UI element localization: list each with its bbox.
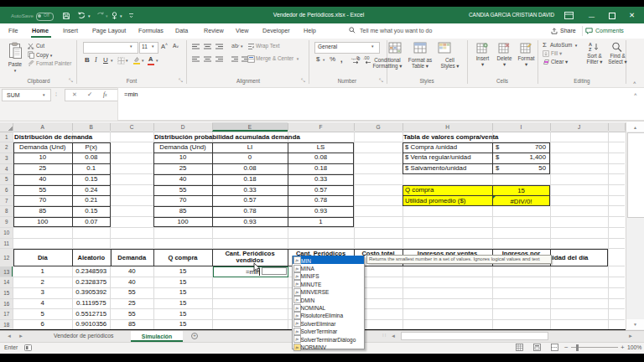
svg-text:1: 1: [5, 134, 8, 140]
svg-text:I: I: [521, 124, 522, 130]
svg-text:Z: Z: [589, 47, 592, 52]
svg-text:G: G: [376, 124, 380, 130]
svg-text:13: 13: [3, 269, 10, 275]
svg-text:12: 12: [3, 255, 10, 261]
svg-text:3: 3: [5, 155, 8, 161]
svg-text:2: 2: [5, 144, 8, 150]
svg-text:18: 18: [3, 322, 10, 328]
svg-text:E: E: [248, 124, 252, 130]
svg-text:5: 5: [5, 176, 8, 182]
svg-text:H: H: [445, 124, 449, 130]
svg-text:←.0: ←.0: [351, 55, 359, 60]
svg-text:16: 16: [3, 301, 10, 307]
svg-text:17: 17: [3, 311, 10, 317]
svg-text:15: 15: [3, 290, 10, 296]
svg-text:D: D: [181, 124, 185, 130]
svg-text:9: 9: [5, 219, 8, 225]
svg-text:F: F: [319, 124, 323, 130]
svg-text:B: B: [90, 124, 93, 130]
svg-text:6: 6: [5, 187, 8, 193]
svg-text:14: 14: [3, 279, 10, 285]
svg-text:A: A: [41, 124, 45, 130]
svg-text:11: 11: [3, 240, 9, 246]
svg-text:C: C: [130, 124, 134, 130]
svg-text:4: 4: [5, 166, 8, 172]
svg-text:.00: .00: [363, 55, 370, 60]
svg-text:J: J: [578, 124, 580, 130]
svg-text:10: 10: [3, 230, 10, 235]
svg-text:8: 8: [5, 208, 8, 214]
svg-text:7: 7: [5, 198, 8, 204]
